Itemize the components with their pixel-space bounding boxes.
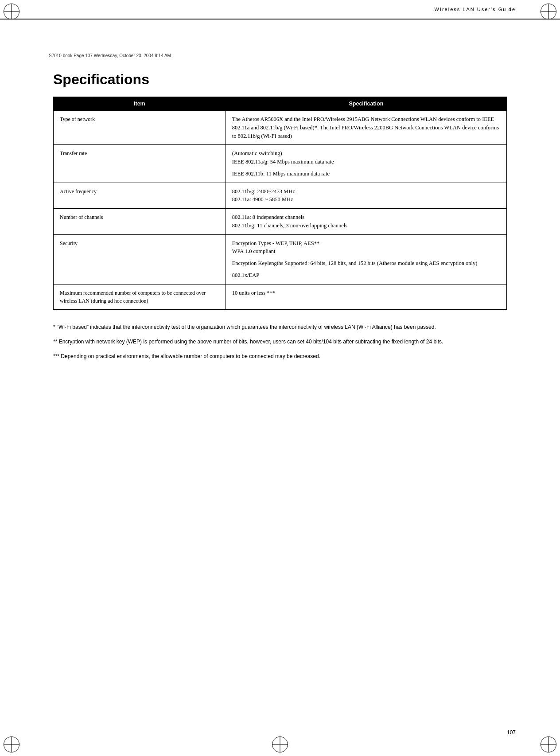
corner-mark-bottom-left (4, 737, 19, 752)
page-title: Specifications (53, 71, 507, 88)
row-spec-number-of-channels: 802.11a: 8 independent channels802.11b/g… (226, 209, 506, 235)
header-title: WIreless LAN User's Guide (434, 7, 516, 12)
row-item-transfer-rate: Transfer rate (54, 145, 226, 183)
page-container: WIreless LAN User's Guide S7010.book Pag… (0, 0, 560, 756)
row-item-type-of-network: Type of network (54, 111, 226, 145)
row-spec-max-computers: 10 units or less *** (226, 284, 506, 309)
col-header-item: Item (54, 97, 226, 111)
transfer-rate-part-2: IEEE 802.11b: 11 Mbps maximum data rate (232, 170, 500, 178)
footnote-1: * “Wi-Fi based” indicates that the inter… (53, 323, 507, 331)
row-item-active-frequency: Active frequency (54, 183, 226, 209)
footnote-3: *** Depending on practical environments,… (53, 352, 507, 361)
row-spec-active-frequency: 802.11b/g: 2400~2473 MHz802.11a: 4900 ~ … (226, 183, 506, 209)
row-item-max-computers: Maximum recommended number of computers … (54, 284, 226, 309)
header-bar: WIreless LAN User's Guide (0, 0, 560, 19)
table-row: Maximum recommended number of computers … (54, 284, 507, 309)
row-item-number-of-channels: Number of channels (54, 209, 226, 235)
row-spec-transfer-rate: (Automatic switching)IEEE 802.11a/g: 54 … (226, 145, 506, 183)
col-header-spec: Specification (226, 97, 506, 111)
content-area: S7010.book Page 107 Wednesday, October 2… (44, 53, 516, 361)
row-item-security: Security (54, 234, 226, 284)
corner-mark-bottom-right (541, 737, 556, 752)
corner-mark-top-left (4, 4, 19, 19)
security-part-2: Encryption Keylengths Supported: 64 bits… (232, 259, 500, 268)
page-number: 107 (507, 729, 516, 736)
footnote-2: ** Encryption with network key (WEP) is … (53, 338, 507, 346)
corner-mark-bottom-center (272, 737, 288, 752)
transfer-rate-part-1: (Automatic switching)IEEE 802.11a/g: 54 … (232, 149, 500, 166)
specifications-table: Item Specification Type of network The A… (53, 97, 507, 310)
table-header-row: Item Specification (54, 97, 507, 111)
table-row: Security Encryption Types - WEP, TKIP, A… (54, 234, 507, 284)
table-row: Number of channels 802.11a: 8 independen… (54, 209, 507, 235)
table-row: Transfer rate (Automatic switching)IEEE … (54, 145, 507, 183)
security-part-3: 802.1x/EAP (232, 271, 500, 280)
corner-mark-top-right (541, 4, 556, 19)
file-info: S7010.book Page 107 Wednesday, October 2… (49, 53, 507, 58)
row-spec-security: Encryption Types - WEP, TKIP, AES**WPA 1… (226, 234, 506, 284)
row-spec-type-of-network: The Atheros AR5006X and the Intel PRO/Wi… (226, 111, 506, 145)
table-row: Type of network The Atheros AR5006X and … (54, 111, 507, 145)
table-row: Active frequency 802.11b/g: 2400~2473 MH… (54, 183, 507, 209)
security-part-1: Encryption Types - WEP, TKIP, AES**WPA 1… (232, 239, 500, 256)
